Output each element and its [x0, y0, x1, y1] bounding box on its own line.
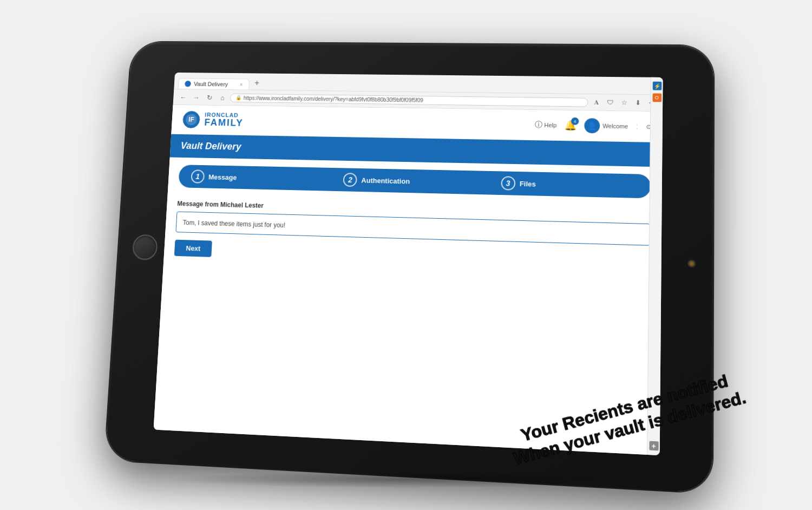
step-1: 1 Message: [178, 165, 331, 191]
tab-favicon: [185, 81, 191, 87]
favorites-button[interactable]: ☆: [618, 97, 630, 109]
lock-icon: 🔒: [235, 95, 241, 101]
user-avatar: 👤: [584, 118, 600, 133]
info-icon: ⓘ: [535, 120, 543, 130]
toolbar-actions: 𝐀 🛡 ☆ ⬇ ⋯: [590, 96, 658, 109]
sidebar-office-icon[interactable]: O: [652, 93, 662, 102]
help-button[interactable]: ⓘ Help: [535, 120, 557, 130]
vault-delivery-title: Vault Delivery: [180, 140, 241, 152]
tablet-screen: Vault Delivery × + ← → ↻ ⌂ 🔒 https://www…: [154, 73, 663, 455]
message-text: Tom, I saved these items just for you!: [182, 219, 285, 229]
download-button[interactable]: ⬇: [632, 97, 644, 109]
svg-text:IF: IF: [188, 116, 195, 123]
logo-icon: IF: [182, 110, 201, 129]
header-nav: ⓘ Help 🔔 4 👤 Welcome :: [535, 117, 651, 134]
step-2: 2 Authentication: [330, 168, 488, 195]
next-button[interactable]: Next: [174, 240, 212, 257]
step-1-label: Message: [208, 173, 237, 181]
message-section: Message from Michael Lester Tom, I saved…: [163, 194, 662, 277]
sidebar-extensions-icon[interactable]: ⚡: [652, 82, 662, 90]
camera: [687, 259, 696, 267]
user-menu[interactable]: 👤 Welcome: [584, 118, 628, 134]
page-content: IF IRONCLAD FAMILY ⓘ Help: [154, 105, 663, 455]
welcome-label: Welcome: [603, 123, 628, 130]
address-bar[interactable]: 🔒 https://www.ironcladfamily.com/deliver…: [230, 93, 588, 107]
new-tab-button[interactable]: +: [250, 76, 264, 90]
logo-family: FAMILY: [204, 118, 244, 129]
url-text: https://www.ironcladfamily.com/delivery/…: [244, 95, 423, 103]
home-button[interactable]: [132, 234, 158, 260]
bell-badge: 4: [571, 117, 579, 125]
page-wrapper: IF IRONCLAD FAMILY ⓘ Help: [154, 105, 663, 455]
steps-container: 1 Message 2 Authentication 3: [178, 165, 651, 198]
step-2-number: 2: [343, 173, 357, 187]
browser-tab-active[interactable]: Vault Delivery ×: [178, 78, 250, 89]
tab-close-button[interactable]: ×: [240, 82, 243, 87]
step-3-number: 3: [501, 176, 515, 190]
sidebar-add-icon[interactable]: +: [649, 441, 658, 450]
bell-button[interactable]: 🔔 4: [564, 120, 577, 132]
back-button[interactable]: ←: [177, 91, 189, 103]
help-label: Help: [544, 122, 556, 128]
logo-area: IF IRONCLAD FAMILY: [182, 110, 244, 130]
extensions-button[interactable]: 🛡: [604, 96, 617, 108]
tablet-shadow: [168, 472, 644, 488]
separator: :: [636, 122, 638, 132]
step-3-label: Files: [520, 179, 536, 188]
step-1-number: 1: [191, 169, 205, 183]
home-nav-button[interactable]: ⌂: [217, 92, 228, 103]
step-2-label: Authentication: [361, 176, 410, 185]
logo-text: IRONCLAD FAMILY: [204, 112, 244, 128]
step-3: 3 Files: [488, 171, 651, 199]
read-mode-button[interactable]: 𝐀: [590, 96, 603, 108]
forward-button[interactable]: →: [191, 91, 202, 103]
refresh-button[interactable]: ↻: [204, 91, 215, 103]
tab-title: Vault Delivery: [194, 81, 228, 87]
